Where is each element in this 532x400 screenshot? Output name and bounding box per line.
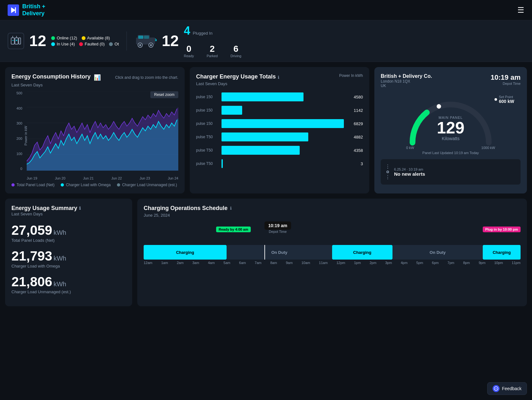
seg-charging-right1: Charging (332, 245, 392, 260)
svg-point-17 (150, 44, 152, 46)
schedule-title: Charging Operations Schedule (144, 205, 228, 212)
schedule-info-icon: ℹ (230, 206, 232, 211)
bar-fill-0 (222, 92, 304, 101)
summary-stat-0: 27,059kWh Total Panel Loads (Net) (11, 223, 126, 243)
time-axis: 12am1am2am3am4am 5am6am7am8am9am 10am11a… (144, 261, 521, 265)
summary-stat-1: 21,793kWh Charger Load with Omega (11, 248, 126, 268)
depot-time-value: 10:19 am (491, 73, 521, 82)
summary-value-0: 27,059kWh (11, 223, 126, 238)
faulted-dot (79, 42, 83, 46)
x-axis: Jun 19 Jun 20 Jun 21 Jun 22 Jun 23 Jun 2… (27, 176, 178, 180)
menu-button[interactable]: ☰ (517, 6, 524, 15)
summary-desc-1: Charger Load with Omega (11, 264, 126, 268)
energy-summary-panel: Energy Usage Summary ℹ Last Seven Days 2… (5, 199, 132, 306)
available-label: Available (8) (87, 36, 110, 40)
bar-chart-subtitle: Last Seven Days (196, 81, 279, 86)
gauge-scale: 0 kW 1000 kW (406, 146, 495, 150)
legend-charger-unmanaged: Charger Load Unmanaged (est.) (117, 183, 177, 187)
svg-rect-12 (138, 36, 143, 39)
parked-stat: 2 Parked (207, 44, 218, 58)
panel-updated: Panel Last Updated 10:19 am Today (422, 151, 479, 155)
plugged-in-num: 4 (184, 24, 190, 37)
bar-name-2: pulse 150 (196, 121, 218, 126)
bar-value-2: 6829 (347, 121, 363, 126)
bar-track-4 (222, 146, 344, 155)
bar-value-0: 4580 (347, 95, 363, 99)
chart-type-icons: 📊 (94, 74, 101, 81)
depot-panel: British + Delivery Co. London N18 1QX UK… (374, 67, 527, 193)
available-dot (82, 36, 85, 40)
depot-time-section: 10:19 am Depot Time (491, 73, 521, 85)
gauge-min: 0 kW (406, 146, 414, 150)
other-badge: Ot (109, 42, 119, 46)
time-now-badge: 10:19 am (264, 221, 291, 230)
feedback-icon (493, 385, 500, 392)
vehicle-icon (134, 32, 157, 51)
online-label: Online (12) (57, 36, 77, 40)
alert-text: No new alerts (394, 171, 425, 177)
main-grid: Energy Consumption History 📊 Click and d… (0, 62, 532, 199)
summary-stat-2: 21,806kWh Charger Load Unmanaged (est.) (11, 274, 126, 294)
bar-track-5 (222, 159, 344, 168)
summary-value-1: 21,793kWh (11, 248, 126, 264)
setpoint-label: Set Point (499, 95, 514, 99)
faulted-label: Faulted (0) (85, 42, 105, 46)
svg-point-15 (139, 44, 141, 46)
driving-stat: 6 Driving (230, 44, 241, 58)
seg-onduty-right: On Duty (392, 245, 483, 260)
svg-rect-1 (15, 7, 16, 13)
bar-chart-panel: Charger Energy Usage Totals ℹ Last Seven… (190, 67, 369, 193)
summary-title: Energy Usage Summary ℹ (11, 205, 126, 212)
charger-status-section: 12 Online (12) Available (8) In Use (4) (8, 33, 119, 49)
gauge-max: 1000 kW (481, 146, 495, 150)
schedule-date: June 25, 2024 (144, 213, 521, 218)
top-nav: British + Delivery ☰ (0, 0, 532, 20)
brand-logo[interactable] (8, 4, 19, 16)
bar-track-0 (222, 92, 344, 101)
bar-value-1: 1142 (347, 108, 363, 113)
summary-value-2: 21,806kWh (11, 274, 126, 289)
vehicle-status-section: 12 4 Plugged In 0 Ready 2 Parked 6 (134, 24, 524, 58)
status-divider (126, 31, 127, 51)
other-dot (109, 42, 113, 46)
energy-history-panel: Energy Consumption History 📊 Click and d… (5, 67, 185, 193)
setpoint-row: Set Point 600 kW (494, 95, 514, 104)
alert-date: 6.25.24 · 10:19 am (394, 167, 425, 171)
summary-info-icon: ℹ (79, 206, 81, 211)
legend-charger-unmanaged-label: Charger Load Unmanaged (est.) (122, 183, 177, 187)
bar-value-5: 3 (347, 161, 363, 166)
brand-name: British + Delivery (22, 3, 45, 17)
setpoint-dot (494, 98, 497, 101)
schedule-timeline-container: Ready by 4:00 am Plug in by 10:00 pm Cha… (144, 235, 521, 265)
vehicle-count: 12 (162, 33, 179, 49)
legend-charger-unmanaged-dot (117, 183, 120, 186)
bottom-grid: Energy Usage Summary ℹ Last Seven Days 2… (0, 199, 532, 311)
legend-total-panel: Total Panel Load (Net) (11, 183, 54, 187)
bar-row-1: pulse 150 1142 (196, 106, 363, 115)
bar-fill-1 (222, 106, 242, 115)
legend-charger-omega: Charger Load with Omega (61, 183, 111, 187)
in-use-badge: In Use (4) (51, 42, 75, 46)
bar-chart-title: Charger Energy Usage Totals (196, 73, 276, 80)
brand: British + Delivery (8, 3, 45, 17)
other-label: Ot (114, 42, 119, 46)
power-label: Power In kWh (339, 73, 363, 78)
depot-address: London N18 1QX UK (381, 79, 432, 88)
svg-rect-4 (19, 38, 21, 44)
bar-row-4: pulse T50 4358 (196, 146, 363, 155)
bar-fill-2 (222, 119, 344, 128)
bar-row-5: pulse T50 3 (196, 159, 363, 168)
available-badge: Available (8) (82, 36, 110, 40)
svg-line-18 (155, 39, 157, 40)
alert-dot (386, 171, 389, 173)
bar-name-5: pulse T50 (196, 161, 218, 166)
charger-count: 12 (29, 33, 46, 49)
alert-box: ⋮ ⋮ 6.25.24 · 10:19 am No new alerts (381, 159, 521, 185)
feedback-label: Feedback (502, 386, 522, 391)
plugged-in-label: Plugged In (193, 31, 213, 36)
energy-chart-area: Reset zoom 500 400 300 200 100 0 Power i… (11, 91, 178, 180)
bar-fill-4 (222, 146, 300, 155)
feedback-button[interactable]: Feedback (487, 382, 527, 395)
online-dot (51, 36, 55, 40)
online-badge: Online (12) (51, 36, 77, 40)
